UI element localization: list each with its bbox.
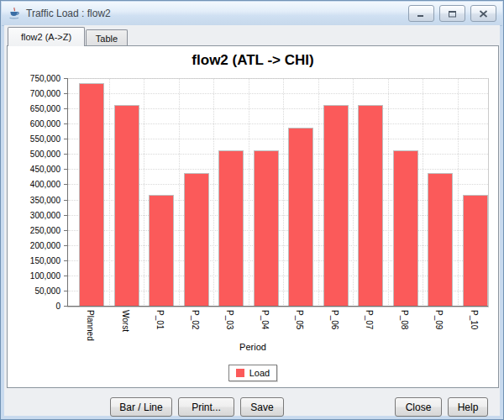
y-tick-label: 0: [10, 302, 60, 311]
x-axis-title: Period: [8, 342, 498, 352]
y-tick-label: 650,000: [10, 104, 60, 113]
x-gridline: [109, 79, 110, 307]
y-tick-label: 250,000: [10, 226, 60, 235]
y-tick-label: 300,000: [10, 211, 60, 220]
legend-load-swatch: [236, 369, 244, 377]
y-gridline: [68, 93, 488, 94]
chart-panel: flow2 (ATL -> CHI) 050,000100,000150,000…: [7, 45, 499, 388]
x-gridline: [423, 79, 423, 307]
minimize-button[interactable]: [408, 5, 434, 22]
tab-table[interactable]: Table: [86, 29, 128, 46]
x-gridline: [213, 79, 214, 307]
window-title: Traffic Load : flow2: [26, 8, 408, 19]
bar-p_08: [393, 150, 418, 307]
x-category-label: P_01: [155, 310, 165, 329]
x-gridline: [318, 79, 319, 307]
y-tick-label: 400,000: [10, 180, 60, 189]
x-category-label: P_02: [191, 310, 200, 329]
window-controls: [408, 5, 496, 22]
tab-label: Table: [96, 34, 118, 44]
y-tick-label: 350,000: [10, 196, 60, 205]
bar-worst: [114, 105, 139, 307]
x-gridline: [179, 79, 180, 307]
x-category-label: P_05: [295, 310, 304, 329]
help-button[interactable]: Help: [448, 397, 488, 417]
bar-p_04: [254, 150, 279, 307]
legend-load-label: Load: [249, 368, 270, 378]
chart-title: flow2 (ATL -> CHI): [8, 52, 498, 69]
bar-p_03: [218, 150, 244, 307]
bar-p_09: [428, 173, 453, 307]
java-coffee-icon: [8, 7, 21, 20]
x-category-label: Worst: [121, 310, 130, 332]
bar-planned: [79, 83, 104, 307]
x-category-label: P_04: [260, 310, 270, 329]
left-button-group: Bar / Line Print... Save: [110, 397, 284, 417]
x-axis-line: [67, 306, 488, 307]
traffic-load-window: Traffic Load : flow2 flow2 (A->Z) Table …: [0, 0, 504, 420]
bar-line-button[interactable]: Bar / Line: [110, 397, 172, 417]
plot-area: [67, 78, 489, 307]
bar-p_10: [463, 195, 488, 307]
bar-p_01: [149, 195, 174, 307]
y-tick-label: 150,000: [10, 256, 60, 265]
tab-flow2-a-z[interactable]: flow2 (A->Z): [8, 27, 85, 46]
y-gridline: [68, 78, 488, 79]
y-tick-label: 500,000: [10, 150, 60, 159]
y-tick-label: 50,000: [10, 286, 60, 296]
y-axis-line: [67, 78, 68, 307]
x-category-label: P_09: [434, 310, 444, 329]
maximize-button[interactable]: [439, 5, 465, 22]
tab-label: flow2 (A->Z): [21, 32, 71, 42]
x-category-label: Planned: [86, 310, 95, 341]
y-tick-label: 100,000: [10, 271, 60, 281]
bar-p_06: [323, 105, 349, 307]
y-tick-label: 550,000: [10, 134, 60, 144]
bar-p_05: [288, 128, 313, 307]
close-button[interactable]: Close: [395, 397, 442, 417]
y-tick-label: 750,000: [10, 74, 60, 83]
right-button-group: Close Help: [395, 397, 488, 417]
bar-p_02: [184, 173, 209, 307]
title-bar: Traffic Load : flow2: [2, 2, 502, 26]
legend-box: Load: [228, 365, 277, 381]
save-button[interactable]: Save: [240, 397, 284, 417]
x-gridline: [144, 79, 144, 307]
x-gridline: [283, 79, 284, 307]
x-category-label: P_08: [400, 310, 409, 329]
x-category-label: P_06: [330, 310, 339, 329]
x-category-label: P_03: [225, 310, 234, 329]
bar-p_07: [358, 105, 383, 307]
y-tick-label: 200,000: [10, 241, 60, 250]
x-category-label: P_07: [365, 310, 374, 329]
x-gridline: [388, 79, 389, 307]
legend: Load: [8, 365, 498, 381]
x-gridline: [353, 79, 354, 307]
y-tick-label: 600,000: [10, 119, 60, 129]
y-tick-label: 700,000: [10, 89, 60, 98]
window-content: flow2 (A->Z) Table flow2 (ATL -> CHI) 05…: [4, 25, 500, 416]
print-button[interactable]: Print...: [178, 397, 234, 417]
window-close-button[interactable]: [470, 5, 496, 22]
x-category-label: P_10: [470, 310, 479, 329]
x-gridline: [249, 79, 249, 307]
y-tick-label: 450,000: [10, 165, 60, 174]
x-gridline: [458, 79, 459, 307]
